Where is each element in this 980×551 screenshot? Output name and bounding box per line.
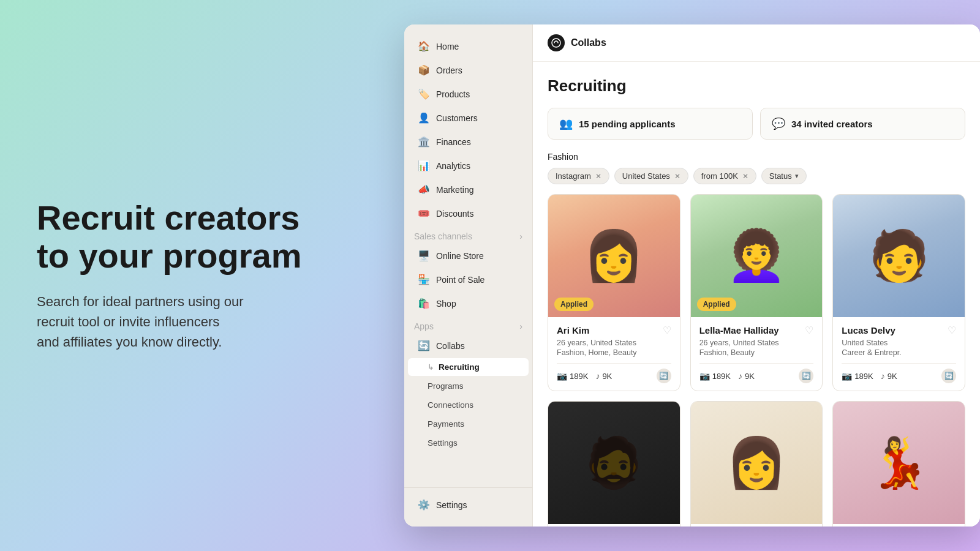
sidebar-item-orders[interactable]: 📦 Orders bbox=[408, 59, 529, 81]
hero-title: Recruit creators to your program bbox=[37, 199, 368, 274]
instagram-icon-lucas: 📷 bbox=[842, 371, 852, 381]
sidebar-item-shop[interactable]: 🛍️ Shop bbox=[408, 292, 529, 315]
creator-info-lella: Lella-Mae Halliday ♡ 26 years, United St… bbox=[691, 317, 823, 391]
creator-card-lucas[interactable]: 🧑 Lucas Delvy ♡ United States Career & E… bbox=[832, 194, 965, 391]
collabs-badge-ari: 🔄 bbox=[657, 369, 671, 383]
creator-card-row2a[interactable]: 🧔 Creator Four ♡ 29 years, United States… bbox=[548, 401, 680, 527]
invited-creators-card[interactable]: 💬 34 invited creators bbox=[760, 108, 965, 140]
pending-applicants-card[interactable]: 👥 15 pending applicants bbox=[548, 108, 753, 140]
filter-status-label: Status bbox=[769, 171, 792, 181]
sidebar-item-online-store[interactable]: 🖥️ Online Store bbox=[408, 244, 529, 267]
finances-icon: 🏛️ bbox=[418, 136, 430, 148]
sidebar-sub-item-programs[interactable]: Programs bbox=[408, 377, 529, 395]
filter-instagram-remove[interactable]: ✕ bbox=[595, 172, 601, 181]
creator-image-lella: 👩‍🦱 Applied bbox=[691, 195, 823, 317]
applied-badge-lella: Applied bbox=[697, 298, 736, 311]
sidebar-sub-item-recruiting[interactable]: ↳ Recruiting bbox=[408, 358, 529, 376]
sidebar-label-settings: Settings bbox=[436, 500, 467, 510]
sidebar-label-connections: Connections bbox=[428, 400, 473, 410]
stats-row: 👥 15 pending applicants 💬 34 invited cre… bbox=[548, 108, 965, 140]
sidebar-label-shop: Shop bbox=[436, 299, 456, 309]
sidebar-item-marketing[interactable]: 📣 Marketing bbox=[408, 178, 529, 201]
sidebar-label-finances: Finances bbox=[436, 137, 471, 147]
creator-stats-lella: 📷 189K ♪ 9K 🔄 bbox=[699, 363, 814, 383]
sidebar-sub-item-settings[interactable]: Settings bbox=[408, 434, 529, 452]
sales-channels-section: Sales channels › bbox=[404, 225, 532, 244]
creator-card-lella[interactable]: 👩‍🦱 Applied Lella-Mae Halliday ♡ 26 year… bbox=[690, 194, 823, 391]
sidebar: 🏠 Home 📦 Orders 🏷️ Products 👤 Customers … bbox=[404, 24, 533, 527]
tiktok-icon-lella: ♪ bbox=[738, 371, 742, 381]
creator-tags-lucas: Career & Entrepr. bbox=[842, 348, 956, 357]
filter-100k-remove[interactable]: ✕ bbox=[742, 172, 748, 181]
topbar-app-name: Collabs bbox=[571, 37, 606, 48]
filter-us-remove[interactable]: ✕ bbox=[674, 172, 680, 181]
filter-category: Fashion bbox=[548, 152, 965, 162]
filter-us-label: United States bbox=[622, 171, 670, 181]
sidebar-label-analytics: Analytics bbox=[436, 161, 470, 171]
tiktok-stat-lella: ♪ 9K bbox=[738, 371, 755, 381]
online-store-icon: 🖥️ bbox=[418, 250, 430, 261]
creator-image-row2a: 🧔 bbox=[548, 402, 680, 524]
applied-badge-ari: Applied bbox=[554, 298, 594, 311]
sidebar-item-settings[interactable]: ⚙️ Settings bbox=[408, 493, 529, 516]
filter-united-states[interactable]: United States ✕ bbox=[614, 168, 688, 184]
sidebar-label-programs: Programs bbox=[428, 381, 464, 391]
sidebar-label-home: Home bbox=[436, 42, 459, 51]
apps-section: Apps › bbox=[404, 315, 532, 334]
instagram-stat-lucas: 📷 189K bbox=[842, 371, 873, 381]
sidebar-item-point-of-sale[interactable]: 🏪 Point of Sale bbox=[408, 268, 529, 291]
sidebar-sub-item-payments[interactable]: Payments bbox=[408, 415, 529, 433]
sidebar-label-orders: Orders bbox=[436, 66, 462, 75]
point-of-sale-icon: 🏪 bbox=[418, 274, 430, 285]
sidebar-label-marketing: Marketing bbox=[436, 185, 473, 195]
creator-meta-lella: 26 years, United States bbox=[699, 339, 814, 347]
sidebar-label-online-store: Online Store bbox=[436, 251, 484, 261]
creator-info-row2b: Creator Five ♡ 24 years, United States B… bbox=[691, 524, 823, 527]
sidebar-item-collabs[interactable]: 🔄 Collabs bbox=[408, 334, 529, 357]
tiktok-count-ari: 9K bbox=[602, 372, 612, 381]
chevron-right-apps-icon: › bbox=[519, 321, 522, 331]
sidebar-item-products[interactable]: 🏷️ Products bbox=[408, 83, 529, 105]
creator-stats-ari: 📷 189K ♪ 9K 🔄 bbox=[557, 363, 671, 383]
creator-card-ari-kim[interactable]: 👩 Applied Ari Kim ♡ 26 years, United Sta… bbox=[548, 194, 680, 391]
apps-label: Apps bbox=[414, 321, 434, 331]
sidebar-label-discounts: Discounts bbox=[436, 209, 473, 219]
sidebar-item-finances[interactable]: 🏛️ Finances bbox=[408, 130, 529, 153]
creator-name-row-lucas: Lucas Delvy ♡ bbox=[842, 324, 956, 336]
favorite-button-lella[interactable]: ♡ bbox=[805, 324, 813, 336]
recruiting-area[interactable]: Recruiting 👥 15 pending applicants 💬 34 … bbox=[533, 62, 980, 527]
filter-status[interactable]: Status ▾ bbox=[761, 168, 807, 184]
orders-icon: 📦 bbox=[418, 64, 430, 76]
filter-from-100k[interactable]: from 100K ✕ bbox=[693, 168, 756, 184]
sidebar-sub-item-connections[interactable]: Connections bbox=[408, 396, 529, 414]
favorite-button-ari[interactable]: ♡ bbox=[663, 324, 671, 336]
sidebar-item-customers[interactable]: 👤 Customers bbox=[408, 107, 529, 129]
filter-section: Fashion Instagram ✕ United States ✕ from… bbox=[548, 152, 965, 184]
customers-icon: 👤 bbox=[418, 112, 430, 124]
topbar: Collabs bbox=[533, 24, 980, 62]
creator-card-row2c[interactable]: 💃 Creator Six ♡ 31 years, United States … bbox=[832, 401, 965, 527]
favorite-button-lucas[interactable]: ♡ bbox=[948, 324, 956, 336]
marketing-icon: 📣 bbox=[418, 184, 430, 195]
creator-card-row2b[interactable]: 👩 Creator Five ♡ 24 years, United States… bbox=[690, 401, 823, 527]
sidebar-label-collabs: Collabs bbox=[436, 341, 465, 351]
sidebar-item-home[interactable]: 🏠 Home bbox=[408, 35, 529, 58]
creator-image-row2c: 💃 bbox=[833, 402, 965, 524]
instagram-icon: 📷 bbox=[557, 371, 567, 381]
sidebar-item-analytics[interactable]: 📊 Analytics bbox=[408, 154, 529, 177]
shop-icon: 🛍️ bbox=[418, 298, 430, 309]
products-icon: 🏷️ bbox=[418, 88, 430, 100]
tiktok-count-lucas: 9K bbox=[888, 372, 897, 381]
creator-name-ari: Ari Kim bbox=[557, 325, 589, 335]
collabs-icon: 🔄 bbox=[418, 340, 430, 351]
creator-info-row2c: Creator Six ♡ 31 years, United States Fa… bbox=[833, 524, 965, 527]
instagram-count-lucas: 189K bbox=[854, 372, 873, 381]
creator-info-row2a: Creator Four ♡ 29 years, United States F… bbox=[548, 524, 680, 527]
analytics-icon: 📊 bbox=[418, 160, 430, 171]
tiktok-stat-lucas: ♪ 9K bbox=[881, 371, 897, 381]
instagram-icon-lella: 📷 bbox=[699, 371, 710, 381]
creator-image-ari: 👩 Applied bbox=[548, 195, 680, 317]
filter-instagram[interactable]: Instagram ✕ bbox=[548, 168, 609, 184]
creator-tags-ari: Fashion, Home, Beauty bbox=[557, 348, 671, 357]
sidebar-item-discounts[interactable]: 🎟️ Discounts bbox=[408, 202, 529, 225]
